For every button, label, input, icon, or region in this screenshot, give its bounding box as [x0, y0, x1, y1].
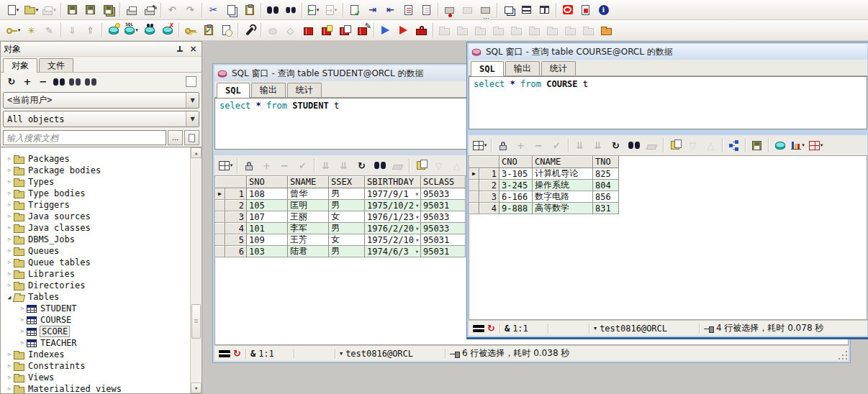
report-edit-button[interactable] — [354, 22, 371, 38]
find-object-button[interactable] — [52, 74, 66, 90]
expand-icon[interactable]: ▷ — [5, 168, 14, 173]
panel-tab-0[interactable]: 对象 — [3, 58, 37, 73]
cell[interactable]: 101 — [247, 223, 288, 234]
find-next-button[interactable] — [282, 2, 299, 18]
previous-window-button[interactable] — [377, 22, 394, 38]
cell[interactable]: 计算机导论 — [533, 168, 593, 180]
syntax-check-button[interactable] — [346, 2, 363, 18]
tree-item-java-classes[interactable]: ▷Java classes — [1, 222, 190, 234]
filter-checkbox[interactable] — [186, 76, 196, 87]
kill-session-button[interactable] — [159, 22, 176, 38]
course-tab-2[interactable]: 统计 — [541, 61, 576, 75]
oracle-home-button[interactable] — [559, 2, 576, 18]
copy-results-button[interactable] — [412, 157, 429, 173]
tree-item-libraries[interactable]: ▷Libraries — [1, 268, 190, 280]
column-header-sno[interactable]: SNO — [247, 176, 288, 188]
save-all-button[interactable] — [100, 2, 117, 18]
cell[interactable]: 男 — [329, 246, 365, 257]
save-as-button[interactable] — [82, 2, 99, 18]
report-new-button[interactable] — [318, 22, 335, 38]
save-button[interactable] — [64, 2, 81, 18]
object-filter-combobox[interactable]: All objects ▼ — [3, 111, 199, 127]
cell[interactable]: 95031 — [421, 234, 466, 246]
collapse-icon[interactable]: ◢ — [5, 294, 14, 301]
report-copy-button[interactable] — [336, 22, 353, 38]
cell[interactable]: 数字电路 — [533, 191, 593, 203]
chevron-down-icon[interactable]: ▼ — [186, 93, 199, 108]
tree-item-packages[interactable]: ▷Packages — [1, 153, 190, 165]
indent-button[interactable]: ⇥ — [364, 2, 381, 18]
cell[interactable]: 曾华 — [288, 188, 329, 200]
cell[interactable]: 825 — [593, 168, 619, 180]
cell[interactable]: 1975/10/2▼ — [365, 200, 421, 211]
column-header-cno[interactable]: CNO — [499, 156, 533, 168]
new-sql-window-button[interactable]: ▾ — [123, 22, 140, 38]
student-tab-0[interactable]: SQL — [217, 83, 250, 98]
window-titlebar[interactable]: SQL 窗口 - 查询 table COURSE@ORCL 的数据 — [469, 44, 867, 60]
open-document-button[interactable]: ▾ — [23, 2, 40, 18]
column-header-ssex[interactable]: SSEX — [329, 176, 365, 188]
cell[interactable]: 856 — [593, 191, 619, 203]
window-tile-horizontal-button[interactable] — [518, 2, 535, 18]
student-tab-2[interactable]: 统计 — [287, 83, 322, 97]
find-record-button[interactable] — [371, 157, 388, 173]
cell[interactable]: 男 — [329, 223, 365, 234]
expand-icon[interactable]: ▷ — [18, 317, 27, 323]
browse-button[interactable]: ... — [168, 130, 183, 145]
tree-item-tables[interactable]: ◢Tables — [1, 291, 190, 303]
scroll-thumb[interactable] — [191, 304, 201, 339]
cell[interactable]: 男 — [329, 188, 365, 200]
cell[interactable]: 王丽 — [288, 211, 329, 223]
auto-refresh-icon[interactable]: ↻ — [233, 348, 241, 359]
todo-list-button[interactable] — [577, 2, 594, 18]
project-edit-button[interactable] — [598, 22, 615, 38]
toolbox-button[interactable] — [413, 22, 430, 38]
cell[interactable]: 高等数学 — [533, 203, 593, 214]
lock-record-button[interactable] — [240, 157, 257, 173]
expand-icon[interactable]: ▷ — [5, 386, 14, 392]
expand-icon[interactable]: ▷ — [5, 363, 14, 369]
tree-item-types[interactable]: ▷Types — [1, 176, 190, 188]
column-header-sclass[interactable]: SCLASS — [421, 176, 466, 188]
find-record-button[interactable] — [625, 137, 642, 153]
cell[interactable]: 王芳 — [288, 234, 329, 246]
tree-item-triggers[interactable]: ▷Triggers — [1, 199, 190, 211]
cell[interactable]: 李军 — [288, 223, 329, 234]
resize-grip-icon[interactable] — [837, 349, 849, 361]
cell[interactable]: 95033 — [421, 188, 466, 200]
tree-item-score[interactable]: ▷SCORE — [1, 326, 202, 337]
column-header-cname[interactable]: CNAME — [533, 156, 593, 168]
cell[interactable]: 1975/2/10▼ — [365, 234, 421, 246]
comment-button[interactable] — [400, 2, 417, 18]
column-header-sbirthday[interactable]: SBIRTHDAY — [365, 176, 421, 188]
chart-window-button[interactable]: ▾ — [790, 137, 806, 153]
export-results-button[interactable] — [772, 137, 788, 153]
cell[interactable]: 95033 — [421, 223, 466, 234]
cell[interactable]: 1976/1/23▼ — [365, 211, 421, 223]
explain-plan-window-button[interactable] — [218, 22, 235, 38]
refresh-records-button[interactable]: ↻ — [607, 137, 624, 153]
cell[interactable]: 女 — [329, 211, 365, 223]
date-dropdown-icon[interactable]: ▼ — [414, 226, 419, 231]
sql-editor[interactable]: select * from COURSE t — [469, 76, 867, 129]
scroll-down-button[interactable]: ▼ — [191, 382, 202, 393]
expand-icon[interactable]: ▷ — [5, 271, 14, 277]
navigate-back-button[interactable]: ▾ — [305, 2, 322, 18]
window-tile-vertical-button[interactable] — [536, 2, 553, 18]
cell[interactable]: 陆君 — [288, 246, 329, 257]
search-document-button[interactable] — [184, 130, 199, 145]
cell[interactable]: 3-245 — [499, 180, 533, 191]
cell[interactable]: 匡明 — [288, 200, 329, 211]
sessions-button[interactable] — [105, 22, 122, 38]
grid-options-button[interactable]: ▾ — [217, 157, 234, 173]
macro-record-button[interactable] — [441, 2, 458, 18]
lock-record-button[interactable] — [494, 137, 511, 153]
expand-icon[interactable]: ▷ — [5, 375, 14, 380]
course-tab-1[interactable]: 输出 — [505, 61, 540, 75]
cell[interactable]: 9-888 — [499, 203, 533, 214]
grid-options-button[interactable]: ▾ — [471, 137, 488, 153]
panel-tab-1[interactable]: 文件 — [39, 58, 73, 72]
expand-icon[interactable]: ▷ — [18, 329, 27, 334]
date-dropdown-icon[interactable]: ▼ — [414, 237, 419, 242]
date-dropdown-icon[interactable]: ▼ — [413, 249, 418, 254]
